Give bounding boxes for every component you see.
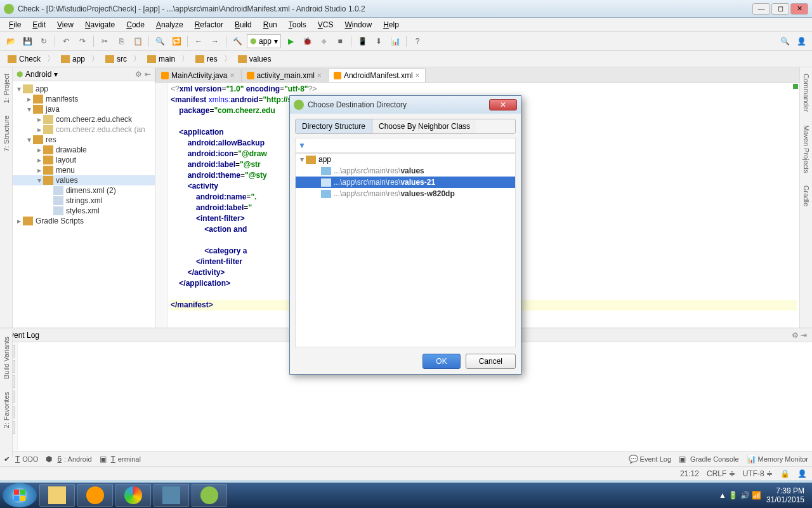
- undo-icon[interactable]: ↶: [59, 34, 73, 48]
- tree-item-dimens-xml--2-[interactable]: dimens.xml (2): [13, 185, 155, 196]
- menu-help[interactable]: Help: [378, 19, 404, 30]
- tree-item-styles-xml[interactable]: styles.xml: [13, 206, 155, 216]
- avatar-icon[interactable]: 👤: [794, 34, 808, 48]
- menu-file[interactable]: File: [4, 19, 26, 30]
- rail-tab-2--favorites[interactable]: 2: Favorites: [1, 388, 11, 432]
- lock-icon[interactable]: 🔒: [780, 469, 790, 478]
- stop-icon[interactable]: ■: [333, 34, 347, 48]
- gear-icon[interactable]: ⚙: [135, 70, 142, 79]
- run-icon[interactable]: ▶: [284, 34, 298, 48]
- tree-item-gradle-scripts[interactable]: ▸Gradle Scripts: [13, 216, 155, 226]
- debug-icon[interactable]: 🐞: [300, 34, 314, 48]
- tray-clock[interactable]: 7:39 PM 31/01/2015: [766, 486, 804, 504]
- menu-run[interactable]: Run: [258, 19, 282, 30]
- dialog-tree-root[interactable]: ▾app: [296, 154, 515, 165]
- gear-icon[interactable]: ⚙: [792, 331, 799, 340]
- file-encoding[interactable]: UTF-8 ≑: [743, 469, 773, 478]
- hide-icon[interactable]: ⇥: [801, 331, 807, 340]
- run-config-combo[interactable]: ⬢app ▾: [247, 34, 281, 48]
- chevron-down-icon[interactable]: ▾: [54, 70, 58, 79]
- taskbar-media[interactable]: [77, 484, 113, 507]
- rail-tab-7--structure[interactable]: 7: Structure: [1, 112, 11, 156]
- close-tab-icon[interactable]: ×: [230, 71, 234, 80]
- caret-position[interactable]: 21:12: [680, 469, 699, 478]
- sdk-icon[interactable]: ⬇: [372, 34, 386, 48]
- menu-analyze[interactable]: Analyze: [151, 19, 188, 30]
- rail-tab-gradle[interactable]: Gradle: [801, 182, 811, 210]
- ok-button[interactable]: OK: [422, 354, 460, 369]
- taskbar-pc[interactable]: [154, 484, 189, 507]
- menu-window[interactable]: Window: [339, 19, 377, 30]
- rail-tab-1--project[interactable]: 1: Project: [1, 70, 11, 107]
- redo-icon[interactable]: ↷: [75, 34, 89, 48]
- forward-icon[interactable]: →: [208, 34, 222, 48]
- copy-icon[interactable]: ⎘: [114, 34, 128, 48]
- build-icon[interactable]: 🔨: [230, 34, 244, 48]
- breadcrumb-Check[interactable]: Check: [4, 53, 44, 65]
- breadcrumb-app[interactable]: app: [57, 53, 89, 65]
- taskbar-chrome[interactable]: [115, 484, 151, 507]
- project-tree[interactable]: ▾app▸manifests▾java▸com.cheerz.edu.check…: [13, 81, 155, 328]
- bottom-tab-event-log[interactable]: 💬Event Log: [629, 455, 672, 464]
- tree-item-menu[interactable]: ▸menu: [13, 165, 155, 175]
- taskbar-android-studio[interactable]: [192, 484, 227, 507]
- tree-item-app[interactable]: ▾app: [13, 84, 155, 94]
- find-icon[interactable]: 🔍: [153, 34, 167, 48]
- search-everywhere-icon[interactable]: 🔍: [778, 34, 792, 48]
- dialog-directory-tree[interactable]: ▾app...\app\src\main\res\values...\app\s…: [295, 153, 516, 347]
- menu-edit[interactable]: Edit: [27, 19, 51, 30]
- menu-tools[interactable]: Tools: [284, 19, 311, 30]
- tree-item-com-cheerz-edu-check--an[interactable]: ▸com.cheerz.edu.check (an: [13, 124, 155, 135]
- bottom-tab-gradle-console[interactable]: ▣Gradle Console: [679, 455, 738, 464]
- bottom-tab-6--android[interactable]: ⬢6: Android: [46, 455, 91, 464]
- paste-icon[interactable]: 📋: [131, 34, 145, 48]
- editor-tab-activity-main-xml[interactable]: activity_main.xml×: [241, 69, 327, 82]
- menu-view[interactable]: View: [52, 19, 79, 30]
- dialog-tree-item-values-21[interactable]: ...\app\src\main\res\values-21: [296, 177, 515, 188]
- breadcrumb-values[interactable]: values: [234, 53, 275, 65]
- open-icon[interactable]: 📂: [4, 34, 18, 48]
- tree-item-layout[interactable]: ▸layout: [13, 155, 155, 165]
- inspector-icon[interactable]: 👤: [797, 469, 807, 478]
- back-icon[interactable]: ←: [192, 34, 206, 48]
- close-tab-icon[interactable]: ×: [317, 71, 322, 80]
- dialog-tab-choose-by-neighbor-class[interactable]: Choose By Neighbor Class: [372, 119, 476, 133]
- maximize-button[interactable]: ◻: [771, 3, 789, 15]
- minimize-button[interactable]: —: [752, 3, 770, 15]
- project-panel-header[interactable]: ⬢ Android ▾ ⚙ ⇤: [13, 67, 155, 81]
- menu-code[interactable]: Code: [121, 19, 150, 30]
- tree-item-strings-xml[interactable]: strings.xml: [13, 196, 155, 206]
- breadcrumb-res[interactable]: res: [192, 53, 221, 65]
- ddms-icon[interactable]: 📊: [388, 34, 402, 48]
- cancel-button[interactable]: Cancel: [466, 354, 516, 369]
- dialog-close-button[interactable]: ✕: [489, 99, 517, 110]
- menu-navigate[interactable]: Navigate: [80, 19, 120, 30]
- bottom-tab-memory-monitor[interactable]: 📊Memory Monitor: [747, 455, 808, 464]
- cut-icon[interactable]: ✂: [98, 34, 112, 48]
- help-icon[interactable]: ?: [410, 34, 424, 48]
- dialog-tab-directory-structure[interactable]: Directory Structure: [296, 119, 372, 133]
- bottom-tab-terminal[interactable]: ▣Terminal: [100, 455, 141, 464]
- dialog-tree-item-values-w820dp[interactable]: ...\app\src\main\res\values-w820dp: [296, 188, 515, 199]
- tree-item-java[interactable]: ▾java: [13, 104, 155, 114]
- breadcrumb-src[interactable]: src: [102, 53, 131, 65]
- close-tab-icon[interactable]: ×: [416, 71, 420, 80]
- taskbar-explorer[interactable]: [39, 484, 75, 507]
- attach-icon[interactable]: ⎆: [317, 34, 331, 48]
- avd-icon[interactable]: 📱: [355, 34, 369, 48]
- replace-icon[interactable]: 🔁: [169, 34, 183, 48]
- menu-refactor[interactable]: Refactor: [190, 19, 228, 30]
- dialog-filter-bar[interactable]: ▼: [295, 138, 516, 153]
- breadcrumb-main[interactable]: main: [143, 53, 179, 65]
- editor-tab-mainactivity-java[interactable]: MainActivity.java×: [155, 69, 240, 82]
- tree-item-drawable[interactable]: ▸drawable: [13, 145, 155, 155]
- rail-tab-build-variants[interactable]: Build Variants: [1, 333, 11, 383]
- tree-item-res[interactable]: ▾res: [13, 135, 155, 145]
- sync-icon[interactable]: ↻: [37, 34, 51, 48]
- rail-tab-maven-projects[interactable]: Maven Projects: [801, 121, 811, 177]
- dialog-titlebar[interactable]: Choose Destination Directory ✕: [290, 96, 521, 114]
- start-button[interactable]: [3, 483, 37, 507]
- menu-build[interactable]: Build: [230, 19, 257, 30]
- save-icon[interactable]: 💾: [20, 34, 34, 48]
- collapse-icon[interactable]: ⇤: [145, 70, 151, 79]
